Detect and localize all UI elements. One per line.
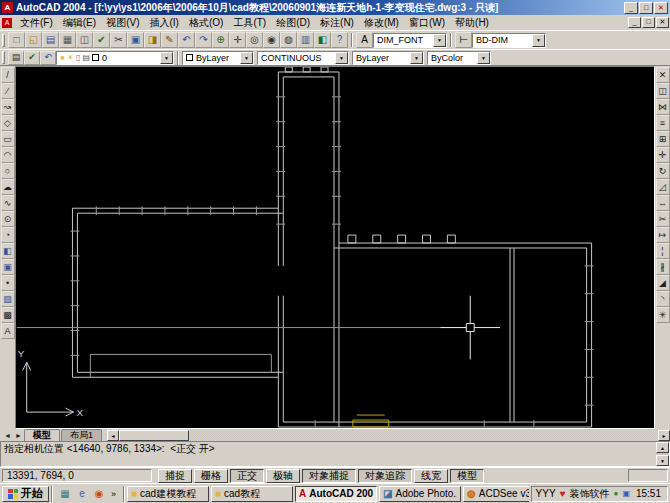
spelling-button[interactable]: ✔ — [93, 32, 110, 48]
mirror-button[interactable]: ⋈ — [656, 99, 670, 115]
menu-view[interactable]: 视图(V) — [101, 16, 144, 30]
doc-restore-button[interactable]: □ — [642, 17, 655, 28]
break-button[interactable]: ∦ — [656, 259, 670, 275]
new-button[interactable]: □ — [8, 32, 25, 48]
revcloud-button[interactable]: ☁ — [1, 179, 15, 195]
zoom-realtime-button[interactable]: ◎ — [246, 32, 263, 48]
ortho-toggle[interactable]: 正交 — [230, 469, 264, 483]
polygon-button[interactable]: ◇ — [1, 115, 15, 131]
menu-insert[interactable]: 插入(I) — [144, 16, 183, 30]
doc-close-button[interactable]: ✕ — [656, 17, 669, 28]
lineweight-combo[interactable]: ByLayer ▼ — [352, 51, 424, 65]
ellipse-button[interactable]: ⊙ — [1, 211, 15, 227]
close-button[interactable]: ✕ — [654, 2, 668, 14]
dropdown-arrow-icon[interactable]: ▼ — [335, 52, 348, 64]
scroll-up-icon[interactable]: ▲ — [656, 442, 669, 453]
doc-minimize-button[interactable]: _ — [628, 17, 641, 28]
mtext-button[interactable]: A — [1, 323, 15, 339]
menu-draw[interactable]: 绘图(D) — [271, 16, 315, 30]
layer-previous-button[interactable]: ↶ — [40, 51, 56, 65]
quicklaunch-media-button[interactable]: ◉ — [92, 487, 106, 501]
trim-button[interactable]: ✂ — [656, 211, 670, 227]
fillet-button[interactable]: ◝ — [656, 291, 670, 307]
command-window[interactable]: 指定相机位置 <14640, 9786, 1334>: <正交 开> ▲ ▼ — [0, 441, 670, 467]
drawing-canvas[interactable]: Y X — [15, 66, 655, 429]
menu-edit[interactable]: 编辑(E) — [58, 16, 101, 30]
rotate-button[interactable]: ↻ — [656, 163, 670, 179]
osnap-toggle[interactable]: 对象捕捉 — [302, 469, 356, 483]
minimize-button[interactable]: _ — [624, 2, 638, 14]
lineweight-toggle[interactable]: 线宽 — [414, 469, 448, 483]
toolbar-grip[interactable] — [2, 51, 5, 64]
tray-app-label[interactable]: 装饰软件 — [570, 487, 610, 501]
region-button[interactable]: ▩ — [1, 307, 15, 323]
plot-button[interactable]: ▦ — [59, 32, 76, 48]
polyline-button[interactable]: ↝ — [1, 99, 15, 115]
hscroll-left-icon[interactable]: ◄ — [107, 430, 119, 441]
pan-realtime-button[interactable]: ✛ — [229, 32, 246, 48]
make-block-button[interactable]: ▣ — [1, 259, 15, 275]
horizontal-scrollbar[interactable]: ◄ ► — [107, 430, 670, 441]
break-at-point-button[interactable]: ¦ — [656, 243, 670, 259]
task-photoshop[interactable]: ◪ Adobe Photo... — [379, 486, 461, 502]
cut-button[interactable]: ✂ — [110, 32, 127, 48]
menu-window[interactable]: 窗口(W) — [404, 16, 450, 30]
text-style-combo[interactable]: DIM_FONT ▼ — [373, 33, 447, 48]
tray-app-icon[interactable]: ▣ — [622, 489, 630, 498]
scale-button[interactable]: ◿ — [656, 179, 670, 195]
grid-toggle[interactable]: 栅格 — [194, 469, 228, 483]
hatch-button[interactable]: ▨ — [1, 291, 15, 307]
erase-button[interactable]: ✕ — [656, 67, 670, 83]
ime-indicator[interactable]: YYY — [536, 488, 556, 499]
tray-heart-icon[interactable]: ♥ — [560, 488, 566, 499]
menu-format[interactable]: 格式(O) — [184, 16, 228, 30]
zoom-previous-button[interactable]: ◍ — [280, 32, 297, 48]
menu-modify[interactable]: 修改(M) — [359, 16, 404, 30]
maximize-button[interactable]: □ — [639, 2, 653, 14]
zoom-window-button[interactable]: ◉ — [263, 32, 280, 48]
point-button[interactable]: • — [1, 275, 15, 291]
dropdown-arrow-icon[interactable]: ▼ — [433, 34, 446, 47]
task-cad-modeling-tutorial[interactable]: ■ cad建模教程 — [127, 486, 209, 502]
move-button[interactable]: ✛ — [656, 147, 670, 163]
quicklaunch-desktop-button[interactable]: ▦ — [58, 487, 72, 501]
arc-button[interactable]: ◠ — [1, 147, 15, 163]
copy-object-button[interactable]: ◫ — [656, 83, 670, 99]
command-scrollbar[interactable]: ▲ ▼ — [656, 442, 669, 466]
dropdown-arrow-icon[interactable]: ▼ — [532, 34, 545, 47]
spline-button[interactable]: ∿ — [1, 195, 15, 211]
dropdown-arrow-icon[interactable]: ▼ — [477, 52, 490, 64]
dim-style-button[interactable]: ⊢ — [455, 32, 472, 48]
tray-status-icon[interactable]: ● — [614, 489, 619, 498]
quicklaunch-chevron-icon[interactable]: » — [109, 489, 118, 499]
command-history[interactable]: 指定相机位置 <14640, 9786, 1334>: <正交 开> — [1, 442, 656, 466]
undo-button[interactable]: ↶ — [178, 32, 195, 48]
copy-button[interactable]: ▣ — [127, 32, 144, 48]
polar-toggle[interactable]: 极轴 — [266, 469, 300, 483]
dropdown-arrow-icon[interactable]: ▼ — [160, 52, 173, 64]
open-button[interactable]: ◱ — [25, 32, 42, 48]
text-style-button[interactable]: A — [356, 32, 373, 48]
hscroll-thumb[interactable] — [119, 430, 189, 441]
construction-line-button[interactable]: ∕ — [1, 83, 15, 99]
toolbar-grip[interactable] — [2, 34, 5, 47]
menu-dimension[interactable]: 标注(N) — [315, 16, 359, 30]
properties-button[interactable]: ▥ — [297, 32, 314, 48]
make-object-layer-current-button[interactable]: ✔ — [24, 51, 40, 65]
linetype-combo[interactable]: CONTINUOUS ▼ — [257, 51, 349, 65]
help-button[interactable]: ? — [331, 32, 348, 48]
tab-nav-right-icon[interactable]: ► — [13, 430, 24, 441]
tab-nav-left-icon[interactable]: ◄ — [2, 430, 13, 441]
layer-combo[interactable]: ● ☀ ▯ ▤ 0 ▼ — [56, 51, 174, 65]
tab-layout1[interactable]: 布局1 — [61, 429, 102, 441]
insert-block-button[interactable]: ◧ — [1, 243, 15, 259]
rectangle-button[interactable]: ▭ — [1, 131, 15, 147]
plot-preview-button[interactable]: ◫ — [76, 32, 93, 48]
offset-button[interactable]: ≡ — [656, 115, 670, 131]
task-cad-tutorial[interactable]: ■ cad教程 — [211, 486, 293, 502]
plotstyle-combo[interactable]: ByColor ▼ — [427, 51, 491, 65]
designcenter-button[interactable]: ◧ — [314, 32, 331, 48]
line-button[interactable]: / — [1, 67, 15, 83]
chamfer-button[interactable]: ◢ — [656, 275, 670, 291]
extend-button[interactable]: ↦ — [656, 227, 670, 243]
